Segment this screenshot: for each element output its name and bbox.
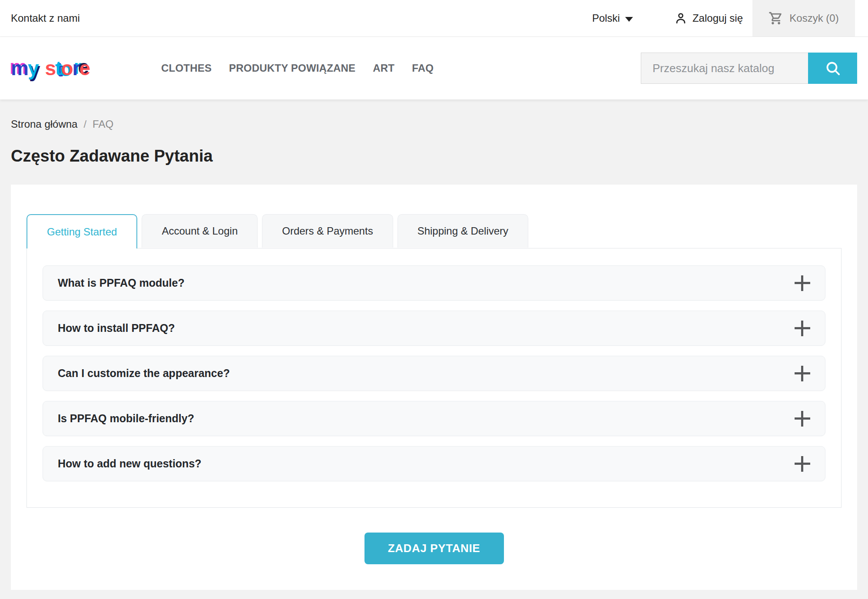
logo-letter: r xyxy=(73,56,80,80)
user-icon xyxy=(674,12,687,25)
breadcrumb-home-link[interactable]: Strona główna xyxy=(11,118,77,130)
plus-icon xyxy=(795,321,810,336)
chevron-down-icon xyxy=(625,17,633,22)
login-label: Zaloguj się xyxy=(692,12,743,24)
topbar-right: Polski Zaloguj się Koszyk (0) xyxy=(592,0,868,36)
ask-question-button[interactable]: ZADAJ PYTANIE xyxy=(364,533,504,564)
faq-item[interactable]: Is PPFAQ mobile-friendly? xyxy=(43,401,825,436)
breadcrumb-current: FAQ xyxy=(93,118,113,130)
breadcrumb-separator: / xyxy=(83,118,86,130)
logo-letter: m xyxy=(11,56,28,80)
cart-label: Koszyk (0) xyxy=(789,12,838,24)
logo-letter: y xyxy=(28,56,38,80)
plus-icon xyxy=(795,411,810,427)
cart-button[interactable]: Koszyk (0) xyxy=(752,0,855,36)
plus-icon xyxy=(795,456,810,472)
logo-letter: e xyxy=(79,56,89,80)
faq-tabs: Getting Started Account & Login Orders &… xyxy=(27,214,841,248)
language-label: Polski xyxy=(592,12,620,24)
search-icon xyxy=(824,60,841,77)
tab-account-login[interactable]: Account & Login xyxy=(142,214,258,248)
faq-item[interactable]: What is PPFAQ module? xyxy=(43,265,825,301)
tab-orders-payments[interactable]: Orders & Payments xyxy=(262,214,393,248)
faq-item[interactable]: How to add new questions? xyxy=(43,446,825,481)
logo-letter: o xyxy=(61,56,72,80)
faq-page: Kontakt z nami Polski Zaloguj się Koszyk… xyxy=(0,0,868,599)
nav-item-faq[interactable]: FAQ xyxy=(412,62,434,74)
topbar: Kontakt z nami Polski Zaloguj się Koszyk… xyxy=(0,0,868,37)
nav-item-produkty-powiazane[interactable]: PRODUKTY POWIĄZANE xyxy=(229,62,355,74)
logo-letter: s xyxy=(45,56,56,80)
cart-icon xyxy=(769,11,783,26)
search-box xyxy=(641,53,857,84)
search-input[interactable] xyxy=(641,53,808,84)
logo-letter: t xyxy=(55,56,61,80)
search-button[interactable] xyxy=(808,53,857,84)
faq-question: What is PPFAQ module? xyxy=(58,277,185,289)
faq-item[interactable]: How to install PPFAQ? xyxy=(43,311,825,346)
breadcrumb: Strona główna/FAQ xyxy=(0,99,868,131)
faq-question: How to add new questions? xyxy=(58,457,202,470)
faq-question: How to install PPFAQ? xyxy=(58,322,175,334)
store-logo[interactable]: mystore xyxy=(11,56,89,80)
contact-link[interactable]: Kontakt z nami xyxy=(11,12,80,24)
tab-shipping-delivery[interactable]: Shipping & Delivery xyxy=(398,214,528,248)
ask-question-row: ZADAJ PYTANIE xyxy=(27,533,841,564)
plus-icon xyxy=(795,366,810,381)
page-title: Często Zadawane Pytania xyxy=(11,146,857,166)
nav-item-art[interactable]: ART xyxy=(373,62,394,74)
faq-panel: Getting Started Account & Login Orders &… xyxy=(11,185,857,590)
tab-getting-started[interactable]: Getting Started xyxy=(27,214,137,248)
faq-question: Can I customize the appearance? xyxy=(58,367,230,380)
language-selector[interactable]: Polski xyxy=(592,12,633,24)
faq-item[interactable]: Can I customize the appearance? xyxy=(43,356,825,391)
main-header: mystore CLOTHES PRODUKTY POWIĄZANE ART F… xyxy=(0,37,868,99)
nav-item-clothes[interactable]: CLOTHES xyxy=(161,62,212,74)
login-link[interactable]: Zaloguj się xyxy=(674,12,743,25)
plus-icon xyxy=(795,275,810,291)
faq-accordion: What is PPFAQ module? How to install PPF… xyxy=(27,248,841,508)
main-nav: CLOTHES PRODUKTY POWIĄZANE ART FAQ xyxy=(161,62,434,74)
faq-question: Is PPFAQ mobile-friendly? xyxy=(58,412,194,425)
